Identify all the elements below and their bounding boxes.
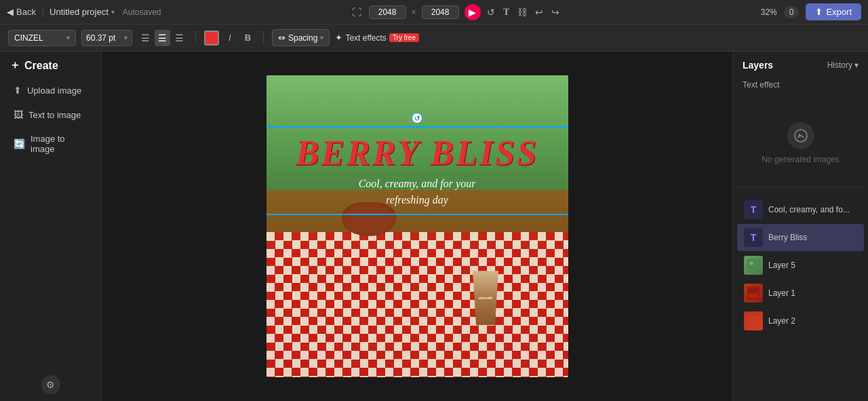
text-color-button[interactable] (204, 31, 219, 45)
layer-item[interactable]: Layer 1 (737, 280, 864, 307)
text-to-image-label: Text to image (28, 110, 81, 120)
undo-icon[interactable]: ↩ (533, 5, 545, 20)
chevron-down-icon: ▾ (124, 34, 127, 41)
spacing-icon: ⇔ (278, 33, 285, 43)
canvas-size-controls: ⛶ 2048 × 2048 ▶ ↺ 𝐓 ⛓ ↩ ↪ (350, 4, 561, 20)
separator: | (41, 6, 44, 18)
redo-icon[interactable]: ↪ (549, 5, 561, 20)
upload-image-button[interactable]: ⬆ Upload image (4, 79, 97, 102)
divider (263, 31, 264, 45)
svg-rect-5 (749, 294, 758, 298)
align-left-button[interactable]: ☰ (138, 30, 153, 46)
divider (195, 31, 196, 45)
layer-thumbnail: T (744, 200, 763, 219)
spacing-button[interactable]: ⇔ Spacing ▾ (272, 29, 330, 46)
layer-item[interactable]: Layer 5 (737, 252, 864, 279)
berry-bliss-text[interactable]: BERRY BLISS (267, 128, 568, 174)
export-button[interactable]: ⬆ Export (806, 3, 861, 20)
layer-name: Layer 1 (768, 288, 795, 298)
right-panel: Layers History ▾ Text effect No generate… (732, 52, 868, 401)
back-icon: ◀ (7, 7, 14, 17)
height-input[interactable]: 2048 (422, 5, 459, 19)
align-right-button[interactable]: ☰ (172, 30, 187, 46)
layer-name: Layer 2 (768, 316, 795, 326)
bottom-settings: ⚙ (0, 368, 101, 401)
canvas-wrapper: olacafe ↺ BERRY BLISS Cool, creamy, and (267, 75, 568, 377)
canvas-area[interactable]: olacafe ↺ BERRY BLISS Cool, creamy, and (102, 52, 732, 401)
timer-icon[interactable]: ↺ (485, 5, 497, 20)
top-bar: ◀ Back | Untitled project ▾ Autosaved ⛶ … (0, 0, 868, 24)
text-to-image-button[interactable]: 🖼 Text to image (4, 103, 97, 126)
text-effects-button[interactable]: ✦ Text effects Try free (335, 33, 419, 43)
create-header: ＋ Create (0, 52, 101, 78)
text-icon[interactable]: 𝐓 (501, 4, 511, 20)
link-icon[interactable]: ⛓ (515, 5, 529, 20)
history-button[interactable]: History ▾ (827, 60, 859, 70)
no-images-text: No generated images (762, 155, 840, 164)
toolbar-actions: ▶ ↺ 𝐓 ⛓ ↩ ↪ (465, 4, 561, 20)
spacing-label: Spacing (288, 33, 317, 43)
layers-title: Layers (743, 60, 773, 71)
layer-list: T Cool, creamy, and fo... T Berry Bliss … (733, 193, 868, 401)
panel-header: Layers History ▾ (733, 52, 868, 76)
generated-images-area: No generated images (738, 99, 863, 187)
chevron-down-icon: ▾ (66, 34, 70, 41)
italic-button[interactable]: I (224, 30, 235, 45)
secondary-toolbar: CINZEL ▾ 60.37 pt ▾ ☰ ☰ ☰ I B ⇔ Spacing … (0, 24, 868, 52)
font-name: CINZEL (14, 33, 43, 43)
play-button[interactable]: ▶ (465, 4, 481, 20)
layer-name: Cool, creamy, and fo... (768, 205, 850, 214)
subtitle-text[interactable]: Cool, creamy, and for yourrefreshing day (267, 174, 568, 214)
layer-item[interactable]: T Berry Bliss (737, 224, 864, 251)
text-effects-icon: ✦ (335, 33, 342, 43)
text-to-image-icon: 🖼 (14, 109, 23, 120)
plus-icon: ＋ (9, 58, 20, 73)
cup-logo-text: olacafe (479, 296, 493, 300)
width-input[interactable]: 2048 (369, 5, 406, 19)
notification-badge: 0 (784, 6, 800, 18)
upload-image-label: Upload image (27, 85, 81, 96)
top-bar-right: 32% 0 ⬆ Export (761, 3, 861, 20)
text-effects-label: Text effects (345, 33, 386, 43)
generated-image-icon (787, 122, 814, 149)
main-layout: ＋ Create ⬆ Upload image 🖼 Text to image … (0, 52, 868, 401)
canvas-image: olacafe ↺ BERRY BLISS Cool, creamy, and (267, 75, 568, 377)
image-to-image-button[interactable]: 🔄 Image to image (4, 128, 97, 160)
layer-thumbnail (744, 284, 763, 303)
layer-thumbnail (744, 311, 763, 330)
svg-rect-2 (747, 259, 760, 271)
left-panel: ＋ Create ⬆ Upload image 🖼 Text to image … (0, 52, 102, 401)
back-label: Back (16, 7, 36, 17)
layer-name: Berry Bliss (768, 233, 807, 242)
dimension-separator: × (412, 7, 416, 17)
alignment-controls: ☰ ☰ ☰ (138, 30, 187, 46)
layer-name: Layer 5 (768, 261, 795, 270)
layer-thumbnail: T (744, 228, 763, 247)
align-center-button[interactable]: ☰ (155, 30, 170, 46)
bold-button[interactable]: B (241, 30, 255, 45)
layer-item[interactable]: T Cool, creamy, and fo... (737, 196, 864, 223)
font-size-value: 60.37 pt (86, 33, 115, 43)
resize-icon[interactable]: ⛶ (350, 5, 363, 20)
history-label: History (827, 60, 852, 70)
svg-rect-7 (749, 316, 758, 326)
back-button[interactable]: ◀ Back (7, 7, 36, 17)
chevron-down-icon: ▾ (111, 8, 115, 16)
project-name: Untitled project ▾ (50, 7, 115, 17)
autosaved-label: Autosaved (123, 7, 161, 17)
export-label: Export (826, 7, 852, 17)
layer-item[interactable]: Layer 2 (737, 307, 864, 335)
create-label: Create (24, 60, 58, 72)
font-size-control[interactable]: 60.37 pt ▾ (81, 30, 132, 46)
svg-point-1 (798, 134, 800, 136)
text-effect-label: Text effect (733, 76, 868, 94)
text-selection-box[interactable]: ↺ BERRY BLISS Cool, creamy, and for your… (267, 126, 568, 215)
font-selector[interactable]: CINZEL ▾ (8, 30, 76, 46)
image-to-image-label: Image to image (31, 134, 87, 154)
rotate-handle[interactable]: ↺ (412, 113, 422, 123)
try-free-badge: Try free (389, 33, 419, 42)
image-to-image-icon: 🔄 (14, 138, 25, 149)
settings-button[interactable]: ⚙ (41, 375, 60, 394)
export-icon: ⬆ (815, 7, 823, 17)
zoom-level: 32% (761, 7, 777, 17)
